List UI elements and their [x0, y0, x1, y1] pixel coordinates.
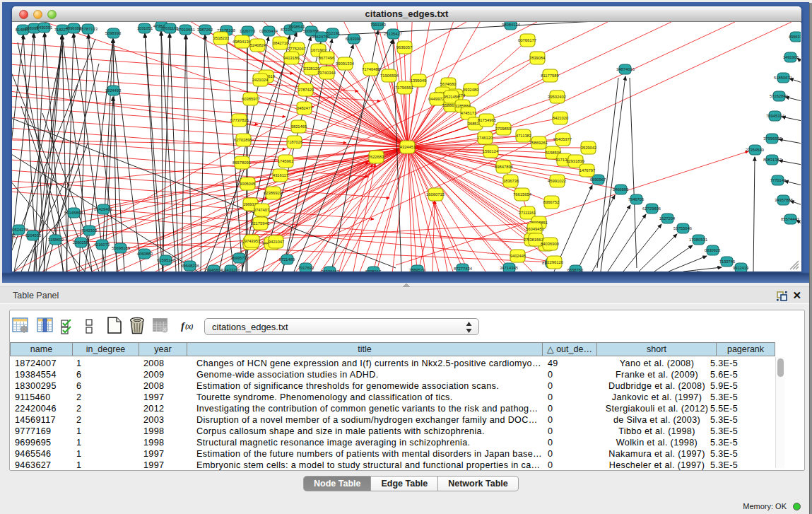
svg-text:3518233: 3518233 — [213, 36, 230, 40]
svg-text:4324451: 4324451 — [400, 145, 416, 149]
svg-text:1399049: 1399049 — [411, 78, 427, 83]
svg-text:5240824: 5240824 — [250, 43, 266, 47]
svg-text:4745171: 4745171 — [461, 111, 477, 115]
svg-text:0932480: 0932480 — [463, 88, 479, 92]
svg-text:6193990: 6193990 — [346, 37, 362, 41]
svg-text:8721489: 8721489 — [279, 257, 295, 262]
svg-text:13433200: 13433200 — [222, 268, 240, 271]
svg-text:0842710: 0842710 — [273, 41, 289, 45]
svg-text:4060883: 4060883 — [137, 252, 153, 256]
svg-text:99091334: 99091334 — [336, 62, 355, 66]
svg-text:3482477: 3482477 — [297, 106, 313, 110]
svg-text:5674680: 5674680 — [440, 82, 457, 86]
svg-text:84036900: 84036900 — [541, 242, 559, 246]
svg-text:71746488: 71746488 — [362, 67, 380, 71]
svg-text:67010651: 67010651 — [177, 28, 195, 32]
svg-text:1031051: 1031051 — [137, 26, 153, 30]
svg-text:9912419: 9912419 — [733, 266, 749, 270]
svg-text:7889579: 7889579 — [409, 268, 425, 271]
svg-text:7622683: 7622683 — [368, 155, 384, 159]
svg-text:1476797: 1476797 — [579, 168, 596, 173]
svg-text:81177589: 81177589 — [541, 74, 558, 78]
svg-text:45991022: 45991022 — [548, 179, 566, 183]
svg-text:0330923: 0330923 — [705, 248, 721, 252]
svg-text:34874016: 34874016 — [616, 67, 635, 71]
svg-text:6658760: 6658760 — [567, 268, 584, 271]
svg-text:65648236: 65648236 — [181, 264, 199, 268]
svg-text:34714345: 34714345 — [500, 266, 518, 270]
svg-text:62386922: 62386922 — [264, 191, 282, 195]
svg-text:76320163: 76320163 — [321, 269, 339, 271]
svg-text:9743953: 9743953 — [245, 239, 261, 243]
svg-text:17080531: 17080531 — [689, 238, 707, 242]
svg-text:9636057: 9636057 — [396, 45, 413, 49]
svg-text:71906594: 71906594 — [380, 74, 399, 78]
svg-text:4966319: 4966319 — [789, 35, 801, 39]
svg-text:7543303: 7543303 — [81, 228, 98, 233]
svg-text:25135427: 25135427 — [384, 32, 402, 36]
svg-text:1824493: 1824493 — [105, 88, 122, 93]
svg-text:9413186: 9413186 — [283, 56, 300, 60]
svg-text:3387262: 3387262 — [197, 28, 213, 32]
svg-text:37996507: 37996507 — [763, 136, 782, 141]
svg-text:98084124: 98084124 — [502, 23, 521, 27]
svg-text:9402445: 9402445 — [510, 254, 526, 258]
svg-text:2787429: 2787429 — [298, 88, 314, 92]
svg-text:1745961: 1745961 — [278, 159, 294, 163]
svg-text:32931839: 32931839 — [566, 159, 584, 163]
svg-text:7770143: 7770143 — [770, 178, 787, 182]
svg-text:76615654: 76615654 — [513, 192, 532, 197]
svg-text:51850671: 51850671 — [774, 76, 792, 80]
svg-text:27354549: 27354549 — [746, 148, 764, 152]
svg-text:96405377: 96405377 — [553, 137, 572, 141]
svg-text:4711382: 4711382 — [516, 134, 531, 138]
svg-text:61595148: 61595148 — [157, 258, 175, 262]
svg-text:6690967: 6690967 — [590, 177, 606, 182]
svg-text:36995777: 36995777 — [230, 256, 249, 260]
svg-text:6998543: 6998543 — [289, 25, 305, 29]
svg-text:7917693: 7917693 — [298, 266, 314, 270]
svg-text:2260256: 2260256 — [73, 240, 89, 245]
svg-text:34624751: 34624751 — [312, 35, 330, 39]
svg-text:71756551: 71756551 — [395, 86, 413, 90]
svg-text:3747407: 3747407 — [254, 208, 270, 212]
svg-text:62729806: 62729806 — [642, 206, 661, 211]
svg-text:87277434: 87277434 — [454, 267, 473, 271]
svg-text:3158692: 3158692 — [48, 238, 64, 242]
svg-text:00766177: 00766177 — [518, 38, 536, 42]
svg-text:01429401: 01429401 — [94, 207, 112, 211]
svg-text:02606474: 02606474 — [259, 29, 278, 33]
svg-text:1592124: 1592124 — [483, 149, 499, 153]
svg-text:1746120: 1746120 — [477, 136, 493, 140]
svg-text:7187026: 7187026 — [287, 140, 303, 144]
svg-text:62702895: 62702895 — [234, 138, 252, 142]
svg-text:7193745: 7193745 — [719, 259, 736, 264]
svg-text:29946804: 29946804 — [204, 268, 223, 271]
svg-text:75869261: 75869261 — [529, 141, 548, 145]
svg-text:7991183: 7991183 — [370, 23, 386, 27]
svg-text:4216073: 4216073 — [94, 243, 110, 247]
svg-text:80112805: 80112805 — [12, 233, 16, 238]
svg-text:81754965: 81754965 — [478, 118, 496, 122]
svg-text:00524278: 00524278 — [12, 228, 28, 232]
svg-text:8708317: 8708317 — [365, 269, 382, 271]
svg-text:9421047: 9421047 — [269, 240, 285, 244]
svg-text:4316117: 4316117 — [273, 173, 288, 177]
svg-text:37631165: 37631165 — [160, 26, 178, 30]
svg-text:3709859: 3709859 — [495, 127, 512, 131]
svg-text:16060715: 16060715 — [426, 192, 445, 197]
svg-text:34957885: 34957885 — [775, 198, 793, 202]
svg-text:56049451: 56049451 — [526, 227, 544, 231]
svg-text:53755646: 53755646 — [673, 226, 692, 230]
svg-text:77752047: 77752047 — [288, 47, 306, 51]
svg-text:54145868: 54145868 — [64, 211, 83, 215]
svg-text:(x): (x) — [185, 322, 194, 331]
svg-text:85574443: 85574443 — [781, 217, 799, 221]
svg-text:8421020: 8421020 — [553, 116, 569, 120]
svg-text:49894134: 49894134 — [233, 40, 252, 44]
svg-text:39502402: 39502402 — [548, 95, 566, 99]
svg-text:79740344: 79740344 — [317, 71, 336, 75]
svg-text:3529042: 3529042 — [581, 146, 597, 150]
svg-text:9521456: 9521456 — [444, 95, 460, 99]
svg-text:60385977: 60385977 — [242, 97, 260, 101]
